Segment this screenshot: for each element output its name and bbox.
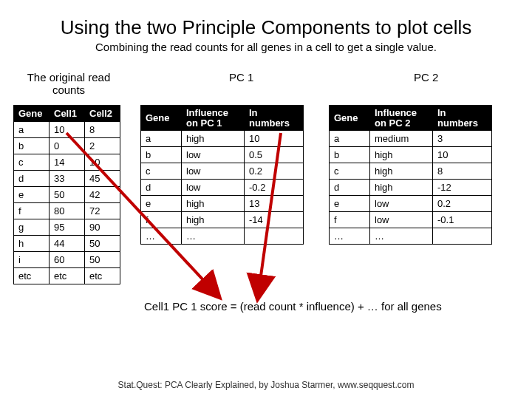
table-cell: a [330,131,370,147]
table-cell: f [141,212,182,228]
table-header: Gene [330,106,370,131]
table-cell [433,228,492,245]
table-cell: 42 [85,187,120,203]
table-cell: … [182,228,245,245]
label-pc2: PC 2 [414,71,438,83]
table-row: i6050 [14,252,120,268]
table-cell: 13 [245,196,304,212]
table-header: In numbers [433,106,492,131]
table-cell: low [370,196,433,212]
table-cell: a [141,131,182,147]
table-row: d3345 [14,171,120,187]
score-formula: Cell1 PC 1 score = (read count * influen… [144,300,442,313]
table-cell: 10 [50,122,85,138]
pc2-table: GeneInfluence on PC 2In numbers amedium3… [329,105,492,245]
table-cell: 0.5 [245,147,304,163]
table-header: In numbers [245,106,304,131]
table-row: e5042 [14,187,120,203]
label-original-counts: The original read counts [13,71,124,97]
table-cell: high [182,131,245,147]
table-cell: low [370,212,433,228]
table-cell: h [14,236,50,252]
table-row: b02 [14,138,120,154]
table-cell: 2 [85,138,120,154]
table-cell: 50 [85,252,120,268]
table-row: ahigh10 [141,131,304,147]
table-row: f8072 [14,203,120,219]
table-row: fhigh-14 [141,212,304,228]
table-cell: 8 [85,122,120,138]
table-row: elow0.2 [330,196,492,212]
table-cell: 0 [50,138,85,154]
table-cell: etc [85,268,120,284]
table-cell: low [182,163,245,180]
table-cell: a [14,122,50,138]
slide-subtitle: Combining the read counts for all genes … [0,41,532,53]
table-cell: 33 [50,171,85,187]
table-cell: -12 [433,180,492,196]
table-cell: 44 [50,236,85,252]
table-cell: … [141,228,182,245]
table-cell: c [141,163,182,180]
original-read-counts-table: GeneCell1Cell2 a108b02c1410d3345e5042f80… [13,105,120,284]
table-cell: 50 [50,187,85,203]
table-cell: f [14,203,50,219]
table-cell: 0.2 [433,196,492,212]
table-row: clow0.2 [141,163,304,180]
table-header: Cell1 [50,106,85,122]
table-cell: etc [14,268,50,284]
table-cell: 10 [85,154,120,171]
table-row: blow0.5 [141,147,304,163]
table-header: Influence on PC 1 [182,106,245,131]
table-cell: high [370,147,433,163]
table-cell: 95 [50,219,85,236]
table-cell: -0.1 [433,212,492,228]
table-cell: 10 [245,131,304,147]
table-cell: f [330,212,370,228]
table-row: h4450 [14,236,120,252]
table-row: bhigh10 [330,147,492,163]
table-cell: 50 [85,236,120,252]
table-cell: 72 [85,203,120,219]
table-row: …… [141,228,304,245]
table-cell: 3 [433,131,492,147]
slide-title: Using the two Principle Components to pl… [0,0,532,39]
table-cell: 60 [50,252,85,268]
table-cell: e [330,196,370,212]
attribution-footer: Stat.Quest: PCA Clearly Explained, by Jo… [0,380,532,390]
table-cell: 14 [50,154,85,171]
pc1-table: GeneInfluence on PC 1In numbers ahigh10b… [140,105,304,245]
table-row: c1410 [14,154,120,171]
table-cell: low [182,147,245,163]
table-cell: high [182,196,245,212]
table-cell: c [14,154,50,171]
table-cell [245,228,304,245]
table-cell: 8 [433,163,492,180]
table-cell: high [370,163,433,180]
table-cell: 90 [85,219,120,236]
table-row: chigh8 [330,163,492,180]
table-row: …… [330,228,492,245]
table-row: dhigh-12 [330,180,492,196]
table-header: Cell2 [85,106,120,122]
table-row: etcetcetc [14,268,120,284]
table-row: flow-0.1 [330,212,492,228]
table-cell: d [330,180,370,196]
table-cell: e [141,196,182,212]
table-cell: b [14,138,50,154]
table-row: a108 [14,122,120,138]
table-cell: 10 [433,147,492,163]
table-cell: b [330,147,370,163]
table-cell: d [14,171,50,187]
table-cell: etc [50,268,85,284]
table-header: Influence on PC 2 [370,106,433,131]
table-cell: … [370,228,433,245]
table-row: dlow-0.2 [141,180,304,196]
table-cell: g [14,219,50,236]
label-pc1: PC 1 [229,71,253,83]
table-row: ehigh13 [141,196,304,212]
table-cell: medium [370,131,433,147]
table-cell: high [182,212,245,228]
table-cell: i [14,252,50,268]
table-row: amedium3 [330,131,492,147]
